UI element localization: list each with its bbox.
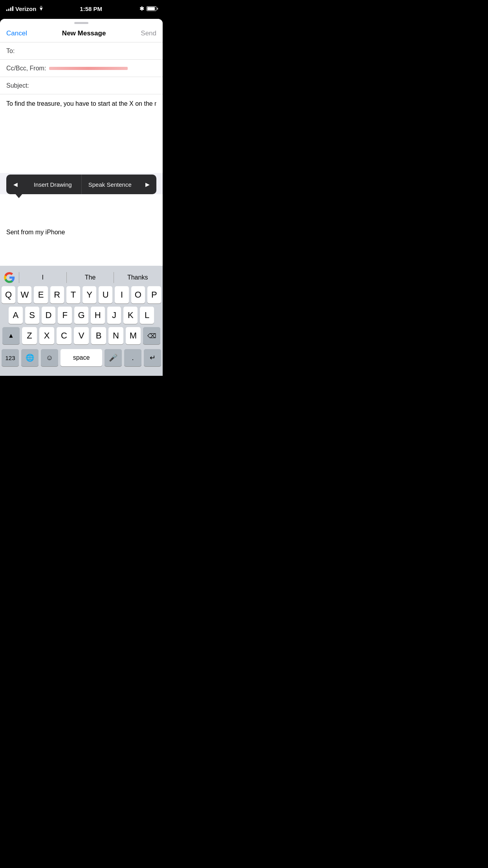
microphone-key[interactable]: 🎤 xyxy=(105,349,122,366)
sheet-handle-area xyxy=(0,19,163,26)
key-rows: Q W E R T Y U I O P A S D F G H J K xyxy=(0,286,163,349)
keyboard: I The Thanks Q W E R T Y U I O P A xyxy=(0,266,163,376)
signature-area: Sent from my iPhone xyxy=(0,226,163,242)
time-display: 1:58 PM xyxy=(80,6,102,12)
key-v[interactable]: V xyxy=(74,327,89,344)
key-e[interactable]: E xyxy=(34,286,48,303)
battery-indicator xyxy=(147,6,156,11)
bottom-key-row: 123 🌐 ☺ space 🎤 . ↵ xyxy=(0,349,163,368)
key-h[interactable]: H xyxy=(91,307,105,324)
key-z[interactable]: Z xyxy=(22,327,37,344)
nav-bar: Cancel New Message Send xyxy=(0,26,163,42)
key-w[interactable]: W xyxy=(18,286,31,303)
signal-bars xyxy=(6,6,13,11)
key-s[interactable]: S xyxy=(25,307,39,324)
sheet-handle xyxy=(74,22,88,24)
status-right: ✱ xyxy=(139,6,156,12)
compose-title: New Message xyxy=(62,29,106,37)
signal-bar-4 xyxy=(12,6,13,11)
key-m[interactable]: M xyxy=(126,327,141,344)
context-menu-items: Insert Drawing Speak Sentence xyxy=(24,175,138,194)
body-bottom-space xyxy=(0,242,163,266)
cc-bcc-field-row[interactable]: Cc/Bcc, From: xyxy=(0,60,163,77)
context-menu: ◀ Insert Drawing Speak Sentence ▶ xyxy=(6,175,156,194)
key-x[interactable]: X xyxy=(39,327,54,344)
subject-label: Subject: xyxy=(6,82,29,89)
cancel-button[interactable]: Cancel xyxy=(6,29,27,37)
body-spacer xyxy=(0,194,163,226)
safe-area xyxy=(0,368,163,376)
cc-bcc-label: Cc/Bcc, From: xyxy=(6,65,46,72)
globe-key[interactable]: 🌐 xyxy=(21,349,39,366)
context-menu-left-arrow[interactable]: ◀ xyxy=(6,175,24,194)
key-f[interactable]: F xyxy=(58,307,72,324)
to-field-row[interactable]: To: xyxy=(0,42,163,60)
space-key[interactable]: space xyxy=(61,349,102,366)
redacted-email xyxy=(49,67,128,70)
body-preview-text: To find the treasure, you have to start … xyxy=(6,99,156,108)
key-i[interactable]: I xyxy=(115,286,128,303)
delete-key[interactable]: ⌫ xyxy=(143,327,160,344)
signal-bar-2 xyxy=(8,9,9,11)
email-fields: To: Cc/Bcc, From: Subject: xyxy=(0,42,163,94)
to-label: To: xyxy=(6,48,15,55)
signal-bar-1 xyxy=(6,9,7,11)
wifi-icon: ▾̈ xyxy=(40,6,42,12)
battery-fill xyxy=(147,7,155,10)
key-row-1: Q W E R T Y U I O P xyxy=(2,286,161,303)
return-key[interactable]: ↵ xyxy=(144,349,161,366)
context-menu-right-arrow[interactable]: ▶ xyxy=(138,175,156,194)
key-q[interactable]: Q xyxy=(2,286,15,303)
key-n[interactable]: N xyxy=(108,327,123,344)
key-row-3: ▲ Z X C V B N M ⌫ xyxy=(2,327,161,344)
carrier-label: Verizon xyxy=(15,6,36,12)
key-k[interactable]: K xyxy=(123,307,138,324)
key-a[interactable]: A xyxy=(9,307,23,324)
key-g[interactable]: G xyxy=(74,307,88,324)
suggestion-thanks[interactable]: Thanks xyxy=(114,274,161,281)
suggestion-i[interactable]: I xyxy=(19,274,66,281)
status-bar: Verizon ▾̈ 1:58 PM ✱ xyxy=(0,0,163,17)
message-body[interactable]: To find the treasure, you have to start … xyxy=(0,94,163,173)
key-y[interactable]: Y xyxy=(83,286,96,303)
key-p[interactable]: P xyxy=(147,286,161,303)
key-row-2: A S D F G H J K L xyxy=(2,307,161,324)
key-l[interactable]: L xyxy=(140,307,154,324)
send-button[interactable]: Send xyxy=(141,29,156,37)
from-address-redacted xyxy=(49,67,156,70)
numbers-key[interactable]: 123 xyxy=(2,349,19,366)
emoji-key[interactable]: ☺ xyxy=(41,349,58,366)
signature-text: Sent from my iPhone xyxy=(6,229,65,235)
key-o[interactable]: O xyxy=(131,286,145,303)
speak-sentence-button[interactable]: Speak Sentence xyxy=(82,175,139,194)
insert-drawing-button[interactable]: Insert Drawing xyxy=(24,175,82,194)
shift-key[interactable]: ▲ xyxy=(2,327,20,344)
subject-field-row[interactable]: Subject: xyxy=(0,77,163,94)
key-t[interactable]: T xyxy=(66,286,80,303)
key-d[interactable]: D xyxy=(42,307,56,324)
signal-bar-3 xyxy=(10,7,11,11)
key-j[interactable]: J xyxy=(107,307,121,324)
status-left: Verizon ▾̈ xyxy=(6,6,42,12)
sheet-container: Cancel New Message Send To: Cc/Bcc, From… xyxy=(0,19,163,376)
suggestion-the[interactable]: The xyxy=(67,274,114,281)
key-u[interactable]: U xyxy=(99,286,112,303)
period-key[interactable]: . xyxy=(124,349,141,366)
google-logo[interactable] xyxy=(2,270,17,285)
key-c[interactable]: C xyxy=(57,327,72,344)
key-b[interactable]: B xyxy=(91,327,106,344)
bluetooth-icon: ✱ xyxy=(139,6,144,12)
key-r[interactable]: R xyxy=(50,286,64,303)
suggestions-row: I The Thanks xyxy=(0,269,163,286)
